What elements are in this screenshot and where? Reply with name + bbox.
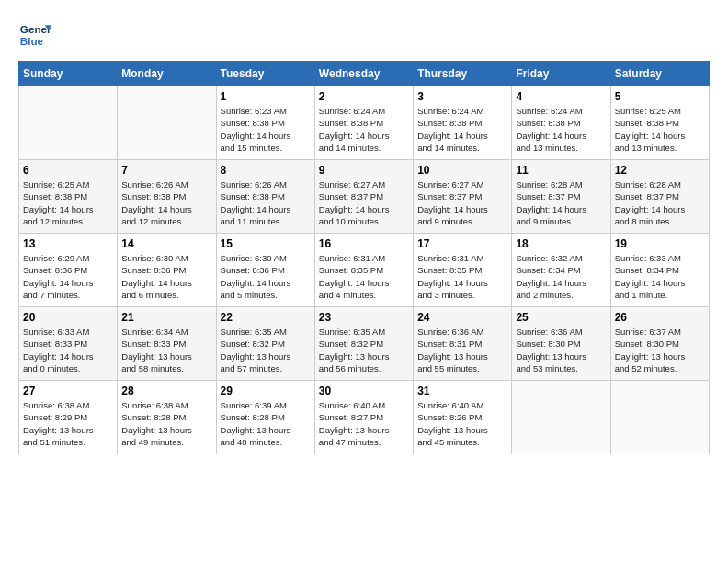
day-cell: 31Sunrise: 6:40 AM Sunset: 8:26 PM Dayli… bbox=[414, 381, 512, 454]
day-detail: Sunrise: 6:28 AM Sunset: 8:37 PM Dayligh… bbox=[516, 178, 606, 227]
day-cell: 6Sunrise: 6:25 AM Sunset: 8:38 PM Daylig… bbox=[19, 160, 118, 234]
day-cell: 19Sunrise: 6:33 AM Sunset: 8:34 PM Dayli… bbox=[610, 234, 709, 307]
header-cell-monday: Monday bbox=[118, 62, 216, 86]
header-cell-saturday: Saturday bbox=[610, 62, 709, 86]
svg-text:General: General bbox=[20, 23, 51, 35]
header-cell-friday: Friday bbox=[512, 62, 610, 86]
week-row-4: 20Sunrise: 6:33 AM Sunset: 8:33 PM Dayli… bbox=[19, 307, 710, 381]
day-number: 21 bbox=[121, 311, 211, 324]
day-number: 25 bbox=[516, 311, 606, 324]
day-detail: Sunrise: 6:36 AM Sunset: 8:31 PM Dayligh… bbox=[417, 326, 507, 374]
day-detail: Sunrise: 6:35 AM Sunset: 8:32 PM Dayligh… bbox=[319, 326, 409, 374]
week-row-3: 13Sunrise: 6:29 AM Sunset: 8:36 PM Dayli… bbox=[19, 234, 710, 307]
day-detail: Sunrise: 6:29 AM Sunset: 8:36 PM Dayligh… bbox=[23, 252, 113, 301]
day-number: 24 bbox=[417, 311, 507, 324]
svg-text:Blue: Blue bbox=[20, 35, 44, 47]
day-cell: 10Sunrise: 6:27 AM Sunset: 8:37 PM Dayli… bbox=[414, 160, 512, 234]
day-detail: Sunrise: 6:40 AM Sunset: 8:26 PM Dayligh… bbox=[417, 399, 507, 448]
day-detail: Sunrise: 6:24 AM Sunset: 8:38 PM Dayligh… bbox=[417, 105, 507, 154]
day-number: 27 bbox=[23, 385, 113, 397]
day-number: 8 bbox=[221, 164, 311, 177]
day-cell: 17Sunrise: 6:31 AM Sunset: 8:35 PM Dayli… bbox=[414, 234, 512, 307]
day-number: 26 bbox=[615, 311, 705, 324]
day-number: 3 bbox=[417, 90, 507, 103]
day-detail: Sunrise: 6:26 AM Sunset: 8:38 PM Dayligh… bbox=[221, 178, 311, 227]
page-header: General Blue bbox=[18, 18, 710, 52]
day-cell: 28Sunrise: 6:38 AM Sunset: 8:28 PM Dayli… bbox=[118, 381, 216, 454]
header-cell-wednesday: Wednesday bbox=[314, 62, 413, 86]
day-detail: Sunrise: 6:35 AM Sunset: 8:32 PM Dayligh… bbox=[221, 326, 311, 374]
day-number: 5 bbox=[615, 90, 705, 103]
day-detail: Sunrise: 6:27 AM Sunset: 8:37 PM Dayligh… bbox=[417, 178, 507, 227]
calendar-header: SundayMondayTuesdayWednesdayThursdayFrid… bbox=[19, 62, 710, 86]
day-cell bbox=[118, 86, 216, 160]
day-detail: Sunrise: 6:33 AM Sunset: 8:33 PM Dayligh… bbox=[23, 326, 113, 374]
day-number: 30 bbox=[319, 385, 409, 397]
day-cell: 15Sunrise: 6:30 AM Sunset: 8:36 PM Dayli… bbox=[216, 234, 314, 307]
day-cell: 13Sunrise: 6:29 AM Sunset: 8:36 PM Dayli… bbox=[19, 234, 118, 307]
day-cell: 5Sunrise: 6:25 AM Sunset: 8:38 PM Daylig… bbox=[610, 86, 709, 160]
day-cell: 7Sunrise: 6:26 AM Sunset: 8:38 PM Daylig… bbox=[118, 160, 216, 234]
day-cell: 3Sunrise: 6:24 AM Sunset: 8:38 PM Daylig… bbox=[414, 86, 512, 160]
day-cell: 21Sunrise: 6:34 AM Sunset: 8:33 PM Dayli… bbox=[118, 307, 216, 381]
day-detail: Sunrise: 6:24 AM Sunset: 8:38 PM Dayligh… bbox=[319, 105, 409, 154]
day-number: 10 bbox=[417, 164, 507, 177]
day-cell bbox=[19, 86, 118, 160]
day-number: 11 bbox=[516, 164, 606, 177]
day-number: 31 bbox=[417, 385, 507, 397]
day-cell: 20Sunrise: 6:33 AM Sunset: 8:33 PM Dayli… bbox=[19, 307, 118, 381]
day-number: 14 bbox=[121, 237, 211, 250]
week-row-2: 6Sunrise: 6:25 AM Sunset: 8:38 PM Daylig… bbox=[19, 160, 710, 234]
day-number: 6 bbox=[23, 164, 113, 177]
logo-icon: General Blue bbox=[18, 18, 51, 52]
week-row-5: 27Sunrise: 6:38 AM Sunset: 8:29 PM Dayli… bbox=[19, 381, 710, 454]
day-cell: 22Sunrise: 6:35 AM Sunset: 8:32 PM Dayli… bbox=[216, 307, 314, 381]
day-number: 29 bbox=[221, 385, 311, 397]
day-number: 28 bbox=[121, 385, 211, 397]
header-row: SundayMondayTuesdayWednesdayThursdayFrid… bbox=[19, 62, 710, 86]
day-cell: 16Sunrise: 6:31 AM Sunset: 8:35 PM Dayli… bbox=[314, 234, 413, 307]
calendar-table: SundayMondayTuesdayWednesdayThursdayFrid… bbox=[18, 61, 710, 454]
day-detail: Sunrise: 6:30 AM Sunset: 8:36 PM Dayligh… bbox=[121, 252, 211, 301]
day-cell bbox=[610, 381, 709, 454]
day-number: 4 bbox=[516, 90, 606, 103]
day-cell: 18Sunrise: 6:32 AM Sunset: 8:34 PM Dayli… bbox=[512, 234, 610, 307]
day-number: 1 bbox=[221, 90, 311, 103]
day-detail: Sunrise: 6:24 AM Sunset: 8:38 PM Dayligh… bbox=[516, 105, 606, 154]
day-number: 2 bbox=[319, 90, 409, 103]
day-number: 20 bbox=[23, 311, 113, 324]
day-number: 16 bbox=[319, 237, 409, 250]
day-detail: Sunrise: 6:37 AM Sunset: 8:30 PM Dayligh… bbox=[615, 326, 705, 374]
day-cell: 24Sunrise: 6:36 AM Sunset: 8:31 PM Dayli… bbox=[414, 307, 512, 381]
logo: General Blue bbox=[18, 18, 51, 52]
day-detail: Sunrise: 6:25 AM Sunset: 8:38 PM Dayligh… bbox=[615, 105, 705, 154]
header-cell-sunday: Sunday bbox=[19, 62, 118, 86]
day-number: 13 bbox=[23, 237, 113, 250]
day-detail: Sunrise: 6:36 AM Sunset: 8:30 PM Dayligh… bbox=[516, 326, 606, 374]
day-detail: Sunrise: 6:31 AM Sunset: 8:35 PM Dayligh… bbox=[319, 252, 409, 301]
day-detail: Sunrise: 6:25 AM Sunset: 8:38 PM Dayligh… bbox=[23, 178, 113, 227]
day-detail: Sunrise: 6:39 AM Sunset: 8:28 PM Dayligh… bbox=[221, 399, 311, 448]
day-detail: Sunrise: 6:38 AM Sunset: 8:28 PM Dayligh… bbox=[121, 399, 211, 448]
day-detail: Sunrise: 6:26 AM Sunset: 8:38 PM Dayligh… bbox=[121, 178, 211, 227]
day-cell: 14Sunrise: 6:30 AM Sunset: 8:36 PM Dayli… bbox=[118, 234, 216, 307]
day-cell: 11Sunrise: 6:28 AM Sunset: 8:37 PM Dayli… bbox=[512, 160, 610, 234]
calendar-body: 1Sunrise: 6:23 AM Sunset: 8:38 PM Daylig… bbox=[19, 86, 710, 454]
day-number: 17 bbox=[417, 237, 507, 250]
day-cell: 1Sunrise: 6:23 AM Sunset: 8:38 PM Daylig… bbox=[216, 86, 314, 160]
day-detail: Sunrise: 6:34 AM Sunset: 8:33 PM Dayligh… bbox=[121, 326, 211, 374]
day-detail: Sunrise: 6:27 AM Sunset: 8:37 PM Dayligh… bbox=[319, 178, 409, 227]
day-number: 7 bbox=[121, 164, 211, 177]
week-row-1: 1Sunrise: 6:23 AM Sunset: 8:38 PM Daylig… bbox=[19, 86, 710, 160]
day-cell: 26Sunrise: 6:37 AM Sunset: 8:30 PM Dayli… bbox=[610, 307, 709, 381]
day-detail: Sunrise: 6:40 AM Sunset: 8:27 PM Dayligh… bbox=[319, 399, 409, 448]
day-cell: 25Sunrise: 6:36 AM Sunset: 8:30 PM Dayli… bbox=[512, 307, 610, 381]
day-number: 15 bbox=[221, 237, 311, 250]
day-detail: Sunrise: 6:33 AM Sunset: 8:34 PM Dayligh… bbox=[615, 252, 705, 301]
day-detail: Sunrise: 6:32 AM Sunset: 8:34 PM Dayligh… bbox=[516, 252, 606, 301]
day-number: 23 bbox=[319, 311, 409, 324]
day-cell: 8Sunrise: 6:26 AM Sunset: 8:38 PM Daylig… bbox=[216, 160, 314, 234]
day-cell: 30Sunrise: 6:40 AM Sunset: 8:27 PM Dayli… bbox=[314, 381, 413, 454]
day-detail: Sunrise: 6:38 AM Sunset: 8:29 PM Dayligh… bbox=[23, 399, 113, 448]
day-cell: 23Sunrise: 6:35 AM Sunset: 8:32 PM Dayli… bbox=[314, 307, 413, 381]
